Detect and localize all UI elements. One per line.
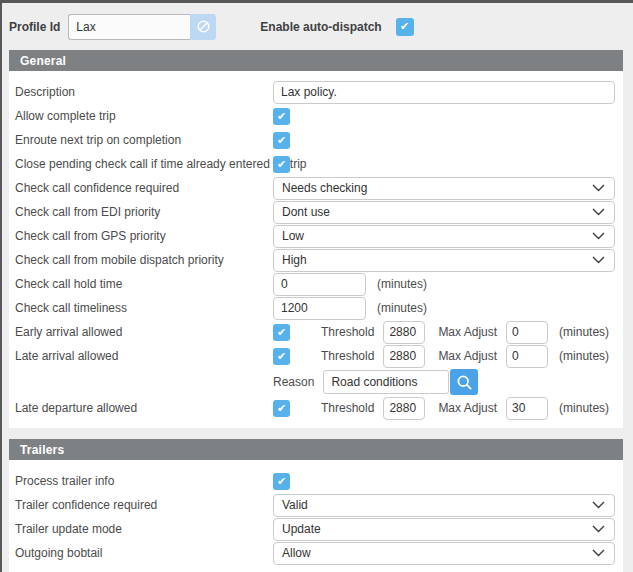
- reason-input[interactable]: [323, 370, 449, 394]
- late-arrival-reason-row: Reason: [15, 368, 615, 396]
- early-arrival-row: Early arrival allowed ✔ Threshold Max Ad…: [15, 320, 615, 344]
- trailer-update-mode-row: Trailer update mode Update: [15, 517, 615, 541]
- trailer-update-mode-label: Trailer update mode: [15, 522, 273, 536]
- ban-circle-icon: [196, 19, 211, 34]
- check-icon: ✔: [277, 327, 286, 338]
- late-arrival-unit: (minutes): [559, 349, 609, 363]
- selected-value: High: [282, 253, 307, 267]
- profile-lookup-button[interactable]: [190, 14, 216, 40]
- departure-max-adjust-label: Max Adjust: [438, 401, 497, 415]
- confidence-required-label: Check call confidence required: [15, 181, 273, 195]
- chevron-down-icon: [592, 256, 605, 264]
- description-row: Description: [15, 80, 615, 104]
- enroute-next-trip-row: Enroute next trip on completion ✔: [15, 128, 615, 152]
- description-input[interactable]: [273, 81, 615, 104]
- departure-max-adjust-input[interactable]: [506, 397, 548, 420]
- trailer-confidence-row: Trailer confidence required Valid: [15, 493, 615, 517]
- enroute-next-trip-checkbox[interactable]: ✔: [273, 132, 290, 149]
- general-section-body: Description Allow complete trip ✔ Enrout…: [9, 71, 623, 428]
- trailers-section-body: Process trailer info ✔ Trailer confidenc…: [9, 460, 623, 572]
- reason-search-button[interactable]: [450, 369, 478, 395]
- profile-id-input[interactable]: [68, 14, 190, 40]
- close-pending-checkbox[interactable]: ✔: [273, 156, 290, 173]
- profile-toolbar: Profile Id Enable auto-dispatch ✔: [2, 3, 633, 50]
- chevron-down-icon: [592, 208, 605, 216]
- check-icon: ✔: [277, 403, 286, 414]
- selected-value: Dont use: [282, 205, 330, 219]
- departure-threshold-label: Threshold: [321, 401, 374, 415]
- late-threshold-input[interactable]: [383, 345, 425, 368]
- hold-time-label: Check call hold time: [15, 277, 273, 291]
- mobile-priority-label: Check call from mobile dispatch priority: [15, 253, 273, 267]
- early-max-adjust-input[interactable]: [506, 321, 548, 344]
- general-section-header: General: [9, 50, 623, 71]
- trailers-section: Trailers Process trailer info ✔ Trailer …: [9, 439, 623, 572]
- confidence-required-select[interactable]: Needs checking: [273, 177, 615, 200]
- edi-priority-row: Check call from EDI priority Dont use: [15, 200, 615, 224]
- trailer-confidence-select[interactable]: Valid: [273, 494, 615, 517]
- gps-priority-select[interactable]: Low: [273, 225, 615, 248]
- early-threshold-input[interactable]: [383, 321, 425, 344]
- close-pending-label: Close pending check call if time already…: [15, 157, 273, 171]
- edi-priority-label: Check call from EDI priority: [15, 205, 273, 219]
- enable-auto-dispatch-checkbox[interactable]: ✔: [396, 18, 414, 36]
- trailer-confidence-label: Trailer confidence required: [15, 498, 273, 512]
- process-trailer-checkbox[interactable]: ✔: [273, 473, 290, 490]
- late-departure-row: Late departure allowed ✔ Threshold Max A…: [15, 396, 615, 420]
- check-icon: ✔: [277, 111, 286, 122]
- enable-auto-dispatch-label: Enable auto-dispatch: [260, 20, 381, 34]
- hold-time-unit: (minutes): [377, 277, 427, 291]
- late-arrival-label: Late arrival allowed: [15, 349, 273, 363]
- outgoing-bobtail-select[interactable]: Allow: [273, 542, 615, 565]
- early-arrival-unit: (minutes): [559, 325, 609, 339]
- timeliness-unit: (minutes): [377, 301, 427, 315]
- process-trailer-label: Process trailer info: [15, 474, 273, 488]
- late-max-adjust-input[interactable]: [506, 345, 548, 368]
- trailer-update-mode-select[interactable]: Update: [273, 518, 615, 541]
- timeliness-label: Check call timeliness: [15, 301, 273, 315]
- edi-priority-select[interactable]: Dont use: [273, 201, 615, 224]
- allow-complete-trip-label: Allow complete trip: [15, 109, 273, 123]
- hold-time-input[interactable]: [273, 273, 366, 296]
- gps-priority-label: Check call from GPS priority: [15, 229, 273, 243]
- process-trailer-row: Process trailer info ✔: [15, 469, 615, 493]
- selected-value: Needs checking: [282, 181, 367, 195]
- allow-complete-trip-checkbox[interactable]: ✔: [273, 108, 290, 125]
- check-icon: ✔: [400, 21, 409, 32]
- check-icon: ✔: [277, 476, 286, 487]
- late-departure-unit: (minutes): [559, 401, 609, 415]
- allow-complete-trip-row: Allow complete trip ✔: [15, 104, 615, 128]
- chevron-down-icon: [592, 184, 605, 192]
- hold-time-row: Check call hold time (minutes): [15, 272, 615, 296]
- outgoing-bobtail-label: Outgoing bobtail: [15, 546, 273, 560]
- profile-id-group: [68, 14, 216, 40]
- mobile-priority-select[interactable]: High: [273, 249, 615, 272]
- selected-value: Low: [282, 229, 304, 243]
- section-gap: [2, 428, 633, 439]
- chevron-down-icon: [592, 501, 605, 509]
- check-icon: ✔: [277, 135, 286, 146]
- check-icon: ✔: [277, 351, 286, 362]
- late-arrival-checkbox[interactable]: ✔: [273, 348, 290, 365]
- late-departure-checkbox[interactable]: ✔: [273, 400, 290, 417]
- enroute-next-trip-label: Enroute next trip on completion: [15, 133, 273, 147]
- early-arrival-checkbox[interactable]: ✔: [273, 324, 290, 341]
- late-arrival-row: Late arrival allowed ✔ Threshold Max Adj…: [15, 344, 615, 368]
- late-threshold-label: Threshold: [321, 349, 374, 363]
- departure-threshold-input[interactable]: [383, 397, 425, 420]
- close-pending-row: Close pending check call if time already…: [15, 152, 615, 176]
- chevron-down-icon: [592, 525, 605, 533]
- selected-value: Update: [282, 522, 321, 536]
- chevron-down-icon: [592, 549, 605, 557]
- confidence-required-row: Check call confidence required Needs che…: [15, 176, 615, 200]
- chevron-down-icon: [592, 232, 605, 240]
- reason-label: Reason: [273, 375, 314, 389]
- early-max-adjust-label: Max Adjust: [438, 325, 497, 339]
- profile-id-label: Profile Id: [9, 20, 60, 34]
- search-icon: [456, 374, 473, 391]
- general-section: General Description Allow complete trip …: [9, 50, 623, 428]
- outgoing-bobtail-row: Outgoing bobtail Allow: [15, 541, 615, 565]
- late-max-adjust-label: Max Adjust: [438, 349, 497, 363]
- timeliness-input[interactable]: [273, 297, 366, 320]
- mobile-priority-row: Check call from mobile dispatch priority…: [15, 248, 615, 272]
